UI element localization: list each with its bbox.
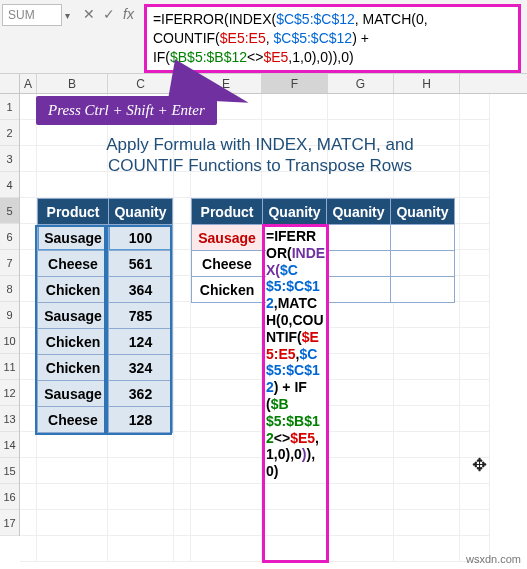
cell[interactable]: 124 (109, 329, 173, 355)
row-header-14[interactable]: 14 (0, 432, 19, 458)
cell[interactable]: Sausage (192, 225, 263, 251)
row-header-13[interactable]: 13 (0, 406, 19, 432)
row-header-1[interactable]: 1 (0, 94, 19, 120)
cell[interactable]: Sausage (38, 303, 109, 329)
page-title: Apply Formula with INDEX, MATCH, and COU… (70, 134, 450, 177)
cell[interactable]: 561 (109, 251, 173, 277)
cell[interactable]: Cheese (38, 251, 109, 277)
formula-bar-area: ▾ ✕ ✓ fx =IFERROR(INDEX($C$5:$C$12, MATC… (0, 0, 527, 74)
cell[interactable]: 364 (109, 277, 173, 303)
table-header-row: Product Quanity Quanity Quanity (192, 199, 455, 225)
col-header-F[interactable]: F (262, 74, 328, 93)
row-header-7[interactable]: 7 (0, 250, 19, 276)
th-quantity: Quanity (327, 199, 391, 225)
table-row: Sausage100 (38, 225, 173, 251)
col-header-G[interactable]: G (328, 74, 394, 93)
cell[interactable]: 100 (109, 225, 173, 251)
table-row: Chicken324 (38, 355, 173, 381)
col-header-A[interactable]: A (20, 74, 37, 93)
row-headers: 1234567891011121314151617 (0, 94, 20, 536)
cell[interactable]: Chicken (38, 277, 109, 303)
worksheet-grid: 1234567891011121314151617 Press Ctrl + S… (0, 94, 527, 536)
cell[interactable]: Sausage (38, 381, 109, 407)
cell[interactable] (391, 277, 455, 303)
row-header-16[interactable]: 16 (0, 484, 19, 510)
sheet-area[interactable]: Press Ctrl + Shift + Enter Apply Formula… (20, 94, 527, 536)
table-row: Chicken364 (38, 277, 173, 303)
row-header-2[interactable]: 2 (0, 120, 19, 146)
th-quantity: Quanity (109, 199, 173, 225)
cell[interactable]: Chicken (38, 355, 109, 381)
cell[interactable] (327, 225, 391, 251)
cell[interactable]: Cheese (38, 407, 109, 433)
table-row: Cheese561 (38, 251, 173, 277)
cell[interactable]: 324 (109, 355, 173, 381)
name-box-dropdown-icon[interactable]: ▾ (65, 10, 75, 21)
col-header-H[interactable]: H (394, 74, 460, 93)
row-header-12[interactable]: 12 (0, 380, 19, 406)
th-quantity: Quanity (263, 199, 327, 225)
name-box-wrap: ▾ (0, 0, 77, 30)
fx-icon[interactable]: fx (123, 6, 134, 22)
cell[interactable]: Sausage (38, 225, 109, 251)
col-header-C[interactable]: C (108, 74, 174, 93)
accept-formula-icon[interactable]: ✓ (103, 6, 115, 22)
title-line-1: Apply Formula with INDEX, MATCH, and (70, 134, 450, 155)
row-header-9[interactable]: 9 (0, 302, 19, 328)
source-table: Product Quanity Sausage100Cheese561Chick… (37, 198, 173, 433)
cell[interactable]: 128 (109, 407, 173, 433)
table-row: Chicken124 (38, 329, 173, 355)
cell[interactable]: Cheese (192, 251, 263, 277)
cell[interactable] (391, 225, 455, 251)
row-header-4[interactable]: 4 (0, 172, 19, 198)
cell[interactable]: 362 (109, 381, 173, 407)
formula-input[interactable]: =IFERROR(INDEX($C$5:$C$12, MATCH(0, COUN… (144, 4, 521, 73)
cell[interactable]: Chicken (38, 329, 109, 355)
row-header-11[interactable]: 11 (0, 354, 19, 380)
title-line-2: COUNTIF Functions to Transpose Rows (70, 155, 450, 176)
cursor-icon: ✥ (472, 454, 487, 476)
cell[interactable] (327, 251, 391, 277)
in-cell-formula-display: =IFERROR(INDEX($C$5:$C$12,MATCH(0,COUNTI… (266, 228, 326, 480)
table-row: Cheese128 (38, 407, 173, 433)
cell[interactable]: 785 (109, 303, 173, 329)
callout-tip: Press Ctrl + Shift + Enter (36, 96, 217, 125)
row-header-3[interactable]: 3 (0, 146, 19, 172)
row-header-5[interactable]: 5 (0, 198, 19, 224)
column-headers: A B C D E F G H (0, 74, 527, 94)
name-box[interactable] (2, 4, 62, 26)
col-header-B[interactable]: B (37, 74, 108, 93)
th-product: Product (38, 199, 109, 225)
cell[interactable] (327, 277, 391, 303)
table-row: Sausage785 (38, 303, 173, 329)
th-product: Product (192, 199, 263, 225)
cell[interactable]: Chicken (192, 277, 263, 303)
row-header-15[interactable]: 15 (0, 458, 19, 484)
cell[interactable] (391, 251, 455, 277)
formula-bar-buttons: ✕ ✓ fx (77, 0, 140, 28)
table-header-row: Product Quanity (38, 199, 173, 225)
row-header-6[interactable]: 6 (0, 224, 19, 250)
watermark: wsxdn.com (466, 553, 521, 565)
row-header-10[interactable]: 10 (0, 328, 19, 354)
table-row: Sausage362 (38, 381, 173, 407)
select-all-corner[interactable] (0, 74, 20, 93)
row-header-17[interactable]: 17 (0, 510, 19, 536)
cancel-formula-icon[interactable]: ✕ (83, 6, 95, 22)
row-header-8[interactable]: 8 (0, 276, 19, 302)
th-quantity: Quanity (391, 199, 455, 225)
